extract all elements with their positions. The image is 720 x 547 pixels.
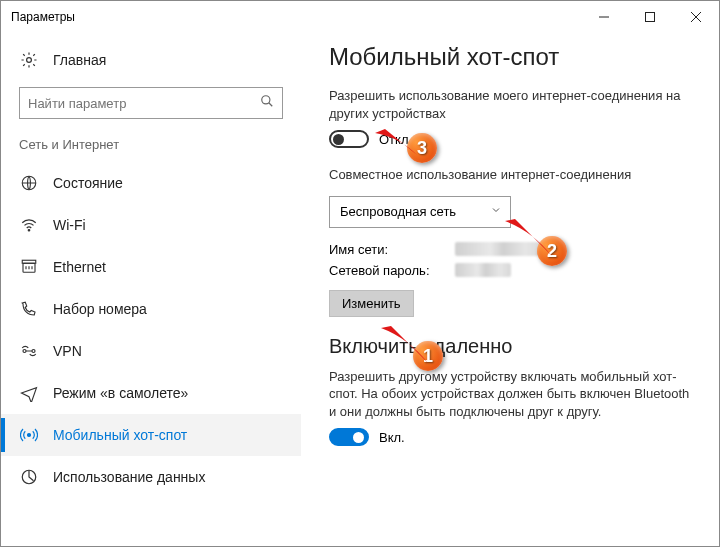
svg-point-5 <box>262 96 270 104</box>
sidebar: Главная Сеть и Интернет Состояние Wi-Fi … <box>1 33 301 546</box>
close-button[interactable] <box>673 1 719 33</box>
search-icon <box>260 94 274 112</box>
search-input[interactable] <box>19 87 283 119</box>
sidebar-item-label: Wi-Fi <box>53 217 86 233</box>
airplane-icon <box>19 384 39 402</box>
remote-toggle[interactable] <box>329 428 369 446</box>
hotspot-icon <box>19 426 39 444</box>
page-title: Мобильный хот-спот <box>329 43 697 71</box>
dialup-icon <box>19 300 39 318</box>
sidebar-item-label: Ethernet <box>53 259 106 275</box>
svg-rect-1 <box>646 13 655 22</box>
sidebar-item-airplane[interactable]: Режим «в самолете» <box>1 372 301 414</box>
search-field[interactable] <box>28 96 260 111</box>
home-label: Главная <box>53 52 106 68</box>
gear-icon <box>19 51 39 69</box>
maximize-button[interactable] <box>627 1 673 33</box>
sidebar-item-label: VPN <box>53 343 82 359</box>
svg-point-11 <box>23 350 26 353</box>
sidebar-item-datausage[interactable]: Использование данных <box>1 456 301 498</box>
remote-description: Разрешить другому устройству включать мо… <box>329 368 697 421</box>
edit-button[interactable]: Изменить <box>329 290 414 317</box>
combo-value: Беспроводная сеть <box>340 204 456 219</box>
network-name-value <box>455 242 543 256</box>
svg-point-8 <box>28 230 30 232</box>
connection-combo[interactable]: Беспроводная сеть <box>329 196 511 228</box>
svg-point-12 <box>32 350 35 353</box>
svg-line-6 <box>269 103 273 107</box>
home-link[interactable]: Главная <box>1 41 301 79</box>
sidebar-item-dialup[interactable]: Набор номера <box>1 288 301 330</box>
sidebar-item-ethernet[interactable]: Ethernet <box>1 246 301 288</box>
chevron-down-icon <box>490 204 502 219</box>
window-buttons <box>581 1 719 33</box>
main-panel: Мобильный хот-спот Разрешить использован… <box>301 33 719 546</box>
window-title: Параметры <box>11 10 75 24</box>
svg-rect-10 <box>22 260 36 263</box>
sidebar-item-hotspot[interactable]: Мобильный хот-спот <box>1 414 301 456</box>
minimize-button[interactable] <box>581 1 627 33</box>
titlebar: Параметры <box>1 1 719 33</box>
wifi-icon <box>19 216 39 234</box>
network-name-label: Имя сети: <box>329 242 449 257</box>
sidebar-item-label: Мобильный хот-спот <box>53 427 187 443</box>
remote-heading: Включить удаленно <box>329 335 697 358</box>
sidebar-item-label: Набор номера <box>53 301 147 317</box>
sidebar-item-wifi[interactable]: Wi-Fi <box>1 204 301 246</box>
globe-icon <box>19 174 39 192</box>
sidebar-item-label: Режим «в самолете» <box>53 385 188 401</box>
datausage-icon <box>19 468 39 486</box>
network-password-label: Сетевой пароль: <box>329 263 449 278</box>
vpn-icon <box>19 342 39 360</box>
sidebar-item-label: Использование данных <box>53 469 205 485</box>
sidebar-item-status[interactable]: Состояние <box>1 162 301 204</box>
section-label: Сеть и Интернет <box>1 131 301 162</box>
svg-point-13 <box>28 434 31 437</box>
remote-toggle-label: Вкл. <box>379 430 405 445</box>
network-password-value <box>455 263 511 277</box>
sidebar-item-label: Состояние <box>53 175 123 191</box>
sidebar-item-vpn[interactable]: VPN <box>1 330 301 372</box>
share-toggle-label: Откл. <box>379 132 412 147</box>
svg-point-4 <box>27 58 32 63</box>
nav-list: Состояние Wi-Fi Ethernet Набор номера VP… <box>1 162 301 498</box>
share-toggle[interactable] <box>329 130 369 148</box>
share-description: Разрешить использование моего интернет-с… <box>329 87 697 122</box>
share-from-label: Совместное использование интернет-соедин… <box>329 166 697 184</box>
ethernet-icon <box>19 258 39 276</box>
